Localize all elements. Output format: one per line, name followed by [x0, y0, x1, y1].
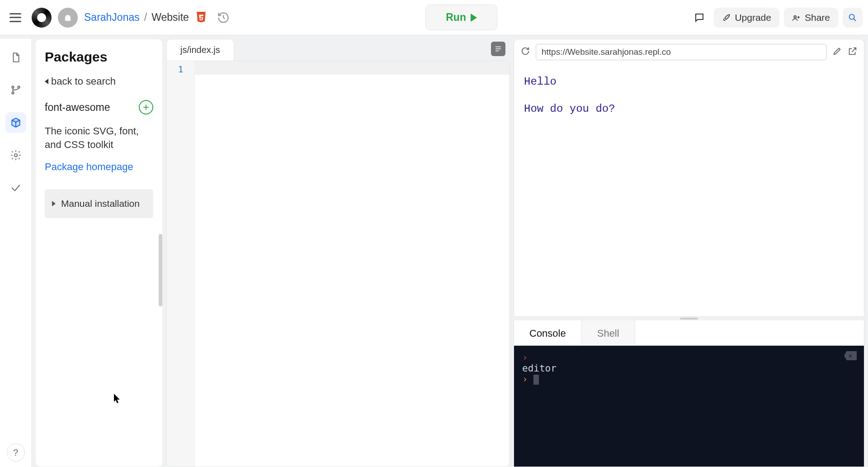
header-right: Upgrade Share: [689, 8, 863, 28]
panel-title: Packages: [36, 39, 162, 69]
open-new-tab-button[interactable]: [848, 46, 858, 58]
header-left: SarahJonas / Website: [5, 8, 233, 28]
upgrade-label: Upgrade: [735, 12, 771, 23]
shell-tab[interactable]: Shell: [582, 320, 635, 345]
console-pane: Console Shell › editor › ×: [514, 320, 864, 467]
svg-point-5: [12, 86, 14, 88]
package-description: The iconic SVG, font, and CSS toolkit: [36, 121, 162, 157]
package-name: font-awesome: [45, 101, 110, 114]
search-button[interactable]: [843, 8, 863, 28]
ghost-icon: [62, 12, 73, 23]
history-icon: [217, 11, 230, 24]
package-homepage-link[interactable]: Package homepage: [36, 157, 162, 185]
pane-resize-handle[interactable]: [514, 317, 864, 320]
active-line-highlight: [195, 61, 509, 75]
check-icon: [10, 182, 22, 194]
package-icon: [10, 117, 22, 129]
panel-scrollbar[interactable]: [159, 234, 162, 306]
code-area[interactable]: [195, 61, 509, 467]
editor-column: js/index.js 1: [166, 39, 510, 467]
package-row: font-awesome +: [36, 94, 162, 121]
pencil-icon: [832, 46, 842, 56]
preview-line: Hello: [524, 74, 854, 90]
back-label: back to search: [51, 76, 116, 87]
run-button[interactable]: Run: [425, 5, 497, 30]
chat-button[interactable]: [689, 8, 709, 28]
svg-point-0: [66, 16, 67, 18]
code-editor[interactable]: 1: [166, 61, 510, 467]
hamburger-icon: [9, 13, 21, 22]
editor-tabbar: js/index.js: [166, 39, 510, 61]
header-bar: SarahJonas / Website Run Upgrade Share: [0, 0, 868, 35]
editor-layout-button[interactable]: [491, 42, 505, 56]
edit-url-button[interactable]: [832, 46, 842, 58]
history-button[interactable]: [213, 8, 233, 28]
reload-button[interactable]: [520, 46, 530, 58]
workspace: ? Packages back to search font-awesome +…: [0, 35, 868, 467]
search-icon: [848, 13, 858, 23]
clear-console-button[interactable]: ×: [844, 351, 857, 360]
share-label: Share: [805, 12, 830, 23]
rocket-icon: [722, 13, 731, 22]
console-line: editor: [522, 363, 856, 374]
svg-point-3: [849, 14, 854, 19]
svg-point-8: [14, 154, 17, 157]
add-package-button[interactable]: +: [139, 100, 153, 114]
user-avatar[interactable]: [58, 8, 78, 28]
line-number: 1: [167, 64, 194, 75]
preview-pane: Hello How do you do?: [514, 39, 864, 317]
external-link-icon: [848, 46, 858, 56]
share-people-icon: [792, 13, 801, 22]
html5-badge-icon: [195, 11, 207, 24]
left-rail: ?: [0, 39, 32, 467]
console-output[interactable]: › editor › ×: [514, 346, 864, 467]
breadcrumb-project[interactable]: Website: [151, 11, 189, 24]
rail-files[interactable]: [5, 47, 26, 68]
console-tabbar: Console Shell: [514, 320, 864, 346]
help-button[interactable]: ?: [7, 443, 25, 462]
branch-icon: [10, 84, 22, 96]
preview-toolbar: [514, 39, 864, 65]
header-center: Run: [240, 5, 684, 30]
manual-install-toggle[interactable]: Manual installation: [45, 189, 153, 218]
gear-icon: [10, 149, 22, 161]
console-cursor: [533, 375, 539, 385]
replit-logo-icon[interactable]: [32, 8, 52, 28]
rail-checkmark[interactable]: [5, 177, 26, 198]
run-button-label: Run: [446, 11, 466, 24]
play-icon: [471, 14, 477, 22]
rail-settings[interactable]: [5, 145, 26, 166]
preview-column: Hello How do you do? Console Shell › edi…: [514, 39, 864, 467]
upgrade-button[interactable]: Upgrade: [714, 8, 779, 28]
reload-icon: [520, 46, 530, 56]
breadcrumb-user[interactable]: SarahJonas: [84, 11, 140, 24]
svg-point-2: [794, 15, 796, 18]
line-gutter: 1: [167, 61, 195, 467]
breadcrumb-separator: /: [144, 11, 147, 24]
packages-panel: Packages back to search font-awesome + T…: [35, 39, 163, 467]
hamburger-menu-button[interactable]: [5, 8, 25, 28]
preview-content: Hello How do you do?: [514, 65, 864, 316]
file-tab[interactable]: js/index.js: [166, 39, 234, 61]
file-icon: [10, 52, 22, 63]
layout-icon: [494, 45, 502, 53]
manual-install-label: Manual installation: [61, 198, 140, 209]
console-tab[interactable]: Console: [514, 320, 582, 345]
share-button[interactable]: Share: [784, 8, 838, 28]
svg-point-7: [18, 86, 19, 88]
rail-version-control[interactable]: [5, 80, 26, 100]
svg-line-4: [854, 19, 856, 21]
back-to-search-link[interactable]: back to search: [36, 69, 162, 94]
preview-line: How do you do?: [524, 101, 854, 117]
rail-packages[interactable]: [5, 112, 26, 133]
breadcrumb: SarahJonas / Website: [84, 11, 189, 24]
preview-url-input[interactable]: [536, 44, 827, 60]
svg-point-6: [12, 92, 14, 94]
svg-point-1: [69, 16, 70, 18]
caret-left-icon: [45, 79, 48, 84]
chat-icon: [694, 12, 705, 23]
chevron-right-icon: [52, 201, 56, 206]
